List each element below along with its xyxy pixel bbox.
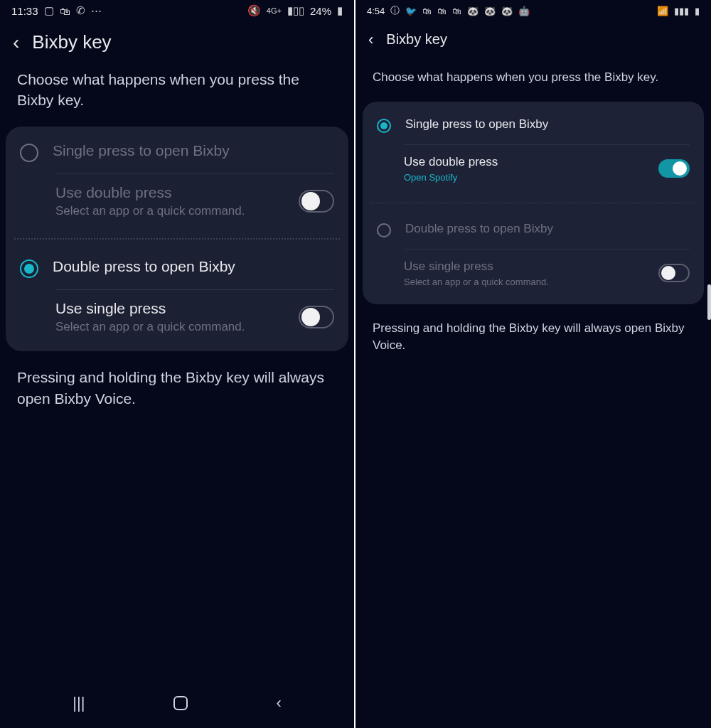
options-card: Single press to open Bixby Use double pr… — [6, 127, 348, 351]
back-icon[interactable]: ‹ — [368, 32, 373, 48]
header: ‹ Bixby key — [356, 18, 711, 55]
panda-icon: 🐼 — [501, 6, 513, 16]
dotted-separator — [371, 203, 695, 203]
options-card: Single press to open Bixby Use double pr… — [363, 102, 704, 304]
bag-icon: 🛍 — [437, 6, 447, 16]
option-double-press[interactable]: Double press to open Bixby — [363, 210, 704, 246]
battery-icon: ▮ — [695, 6, 700, 16]
option-double-press[interactable]: Double press to open Bixby — [6, 247, 348, 287]
radio-icon[interactable] — [377, 119, 391, 133]
lead-text: Choose what happens when you press the B… — [356, 55, 711, 99]
signal-icon: ▮▯▯ — [287, 4, 304, 17]
mute-icon: 🔇 — [247, 4, 261, 17]
status-bar: 4:54 ⓘ 🐦 🛍 🛍 🛍 🐼 🐼 🐼 🤖 📶 ▮▮▮ ▮ — [356, 0, 711, 18]
sub-desc: Select an app or a quick command. — [55, 204, 287, 218]
battery-icon: ▮ — [337, 4, 343, 17]
sub-use-double-press[interactable]: Use double press Open Spotify — [363, 148, 704, 196]
bag-icon: 🛍 — [422, 6, 432, 16]
option-label: Single press to open Bixby — [405, 117, 548, 132]
page-title: Bixby key — [32, 31, 111, 53]
lead-text: Choose what happens when you press the B… — [0, 60, 354, 124]
battery-pct: 24% — [310, 5, 331, 17]
divider — [404, 249, 690, 250]
sub-label: Use single press — [404, 259, 647, 274]
panda-icon: 🐼 — [467, 6, 479, 16]
toggle-single-press[interactable] — [299, 306, 334, 328]
bag-icon: 🛍 — [60, 5, 70, 17]
option-label: Double press to open Bixby — [53, 258, 235, 275]
header: ‹ Bixby key — [0, 18, 354, 60]
screenshot-left: 11:33 ▢ 🛍 ✆ ⋯ 🔇 4G+ ▮▯▯ 24% ▮ ‹ Bixby ke… — [0, 0, 356, 728]
scrollbar[interactable] — [707, 284, 711, 320]
signal-icon: ▮▮▮ — [674, 6, 689, 16]
option-single-press[interactable]: Single press to open Bixby — [6, 131, 348, 171]
option-single-press[interactable]: Single press to open Bixby — [363, 106, 704, 141]
home-icon[interactable] — [173, 696, 188, 710]
sub-use-double-press[interactable]: Use double press Select an app or a quic… — [6, 177, 348, 231]
divider — [404, 144, 690, 145]
toggle-double-press[interactable] — [658, 159, 690, 178]
divider — [55, 173, 334, 174]
gallery-icon: ▢ — [44, 4, 54, 17]
sub-use-single-press[interactable]: Use single press Select an app or a quic… — [6, 293, 348, 347]
sub-label: Use double press — [55, 184, 287, 201]
panda-icon: 🐼 — [484, 6, 496, 16]
sub-desc: Select an app or a quick command. — [55, 320, 287, 334]
sub-label: Use single press — [55, 300, 287, 317]
twitter-icon: 🐦 — [405, 6, 417, 16]
radio-icon[interactable] — [377, 223, 391, 237]
page-title: Bixby key — [386, 31, 447, 48]
back-icon[interactable]: ‹ — [13, 33, 19, 53]
back-nav-icon[interactable]: ‹ — [276, 694, 281, 712]
whatsapp-icon: ✆ — [76, 4, 85, 17]
more-icon: ⋯ — [91, 4, 102, 17]
dotted-separator — [14, 238, 340, 240]
status-clock: 11:33 — [11, 5, 38, 17]
status-bar: 11:33 ▢ 🛍 ✆ ⋯ 🔇 4G+ ▮▯▯ 24% ▮ — [0, 0, 354, 18]
footer-note: Pressing and holding the Bixby key will … — [0, 354, 354, 423]
screenshot-right: 4:54 ⓘ 🐦 🛍 🛍 🛍 🐼 🐼 🐼 🤖 📶 ▮▮▮ ▮ ‹ Bixby k… — [356, 0, 711, 728]
option-label: Single press to open Bixby — [53, 142, 230, 159]
sub-desc: Select an app or a quick command. — [404, 277, 647, 287]
option-label: Double press to open Bixby — [405, 222, 553, 236]
radio-icon[interactable] — [20, 144, 38, 162]
radio-icon[interactable] — [20, 259, 38, 278]
sub-label: Use double press — [404, 155, 647, 169]
divider — [55, 289, 334, 290]
footer-note: Pressing and holding the Bixby key will … — [356, 307, 711, 368]
recents-icon[interactable]: ||| — [73, 694, 85, 712]
bag-icon: 🛍 — [452, 6, 461, 16]
status-clock: 4:54 — [367, 6, 385, 16]
wifi-icon: 📶 — [657, 6, 668, 16]
robot-icon: 🤖 — [518, 6, 530, 16]
toggle-double-press[interactable] — [299, 190, 334, 213]
network-icon: 4G+ — [267, 6, 282, 15]
sub-use-single-press[interactable]: Use single press Select an app or a quic… — [363, 252, 704, 300]
toggle-single-press[interactable] — [658, 264, 690, 282]
nav-bar: ||| ‹ — [0, 681, 354, 728]
info-icon: ⓘ — [390, 4, 400, 17]
sub-desc: Open Spotify — [404, 172, 647, 183]
